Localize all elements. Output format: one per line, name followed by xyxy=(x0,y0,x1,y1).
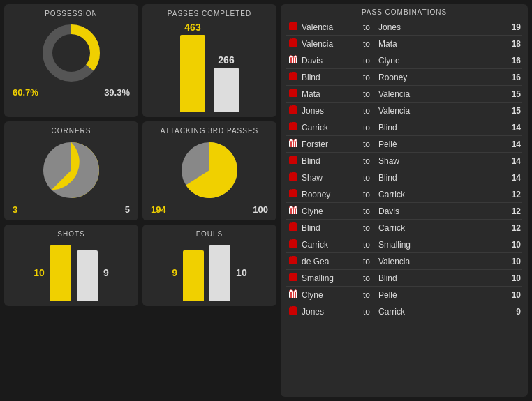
pass-to: Davis xyxy=(377,203,433,220)
svg-rect-8 xyxy=(292,22,295,24)
pass-count: 10 xyxy=(433,236,522,253)
pass-from: Jones xyxy=(300,303,356,320)
pass-from: Jones xyxy=(300,103,356,119)
pass-to-word: to xyxy=(356,52,377,69)
pass-to-word: to xyxy=(356,203,377,220)
pass-combo-title: PASS COMBINATIONS xyxy=(286,8,522,16)
shots-away-label: 9 xyxy=(103,267,109,278)
fouls-title: FOULS xyxy=(196,230,223,238)
shirt-icon xyxy=(286,119,300,136)
possession-donut xyxy=(40,22,103,84)
pass-to: Blind xyxy=(377,119,433,136)
pass-from: Forster xyxy=(300,136,356,153)
shots-card: SHOTS 10 9 xyxy=(4,225,138,306)
shirt-icon xyxy=(286,220,300,236)
attacking-labels: 194 100 xyxy=(147,204,272,215)
pass-count: 12 xyxy=(433,220,522,236)
fouls-card: FOULS 9 10 xyxy=(142,225,276,306)
shots-away-bar xyxy=(77,250,98,301)
possession-title: POSSESSION xyxy=(45,10,98,17)
pass-combo-row: SmallingtoBlind10 xyxy=(286,270,522,287)
possession-home: 60.7% xyxy=(13,87,38,98)
shirt-icon xyxy=(286,236,300,253)
svg-rect-80 xyxy=(292,306,295,308)
pass-to-word: to xyxy=(356,287,377,303)
pass-to-word: to xyxy=(356,19,377,36)
pass-to: Valencia xyxy=(377,103,433,119)
pass-to: Carrick xyxy=(377,303,433,320)
pass-count: 14 xyxy=(433,136,522,153)
pass-combinations-panel: PASS COMBINATIONS ValenciatoJones19Valen… xyxy=(281,4,528,397)
fouls-home-label: 9 xyxy=(172,267,177,278)
pass-to: Carrick xyxy=(377,220,433,236)
passes-home-bar xyxy=(180,35,205,112)
pass-count: 14 xyxy=(433,153,522,169)
pass-from: Blind xyxy=(300,69,356,86)
pass-combo-table: ValenciatoJones19ValenciatoMata18Davisto… xyxy=(286,19,522,319)
corners-title: CORNERS xyxy=(51,127,91,135)
pass-count: 9 xyxy=(433,303,522,320)
fouls-chart: 9 10 xyxy=(147,242,272,301)
svg-rect-42 xyxy=(292,156,295,158)
pass-count: 12 xyxy=(433,186,522,203)
pass-combo-row: BlindtoRooney16 xyxy=(286,69,522,86)
pass-combo-row: ClynetoPellè10 xyxy=(286,287,522,303)
pass-count: 15 xyxy=(433,86,522,103)
pass-count: 10 xyxy=(433,270,522,287)
pass-count: 18 xyxy=(433,36,522,52)
pass-combo-row: CarricktoBlind14 xyxy=(286,119,522,136)
svg-rect-59 xyxy=(292,222,295,225)
pass-combo-row: ShawtoBlind14 xyxy=(286,169,522,186)
svg-rect-25 xyxy=(292,89,295,91)
possession-labels: 60.7% 39.3% xyxy=(8,87,134,98)
passes-away-label: 266 xyxy=(218,54,234,66)
pass-combo-row: BlindtoCarrick12 xyxy=(286,220,522,236)
corners-labels: 3 5 xyxy=(8,204,134,215)
corners-pie xyxy=(40,139,103,202)
pass-count: 14 xyxy=(433,119,522,136)
pass-to: Valencia xyxy=(377,86,433,103)
pass-from: Mata xyxy=(300,86,356,103)
pass-to-word: to xyxy=(356,253,377,270)
pass-to: Mata xyxy=(377,36,433,52)
pass-to: Smalling xyxy=(377,236,433,253)
attacking-home: 194 xyxy=(151,204,166,215)
pass-from: Blind xyxy=(300,153,356,169)
shirt-icon xyxy=(286,253,300,270)
shirt-icon xyxy=(286,36,300,52)
pass-from: Blind xyxy=(300,220,356,236)
possession-svg xyxy=(40,22,103,84)
passes-card: PASSES COMPLETED 463 266 xyxy=(142,4,276,117)
pass-count: 10 xyxy=(433,253,522,270)
pass-count: 16 xyxy=(433,69,522,86)
pass-to: Valencia xyxy=(377,253,433,270)
shirt-icon xyxy=(286,303,300,320)
svg-rect-21 xyxy=(292,72,295,74)
pass-to: Blind xyxy=(377,270,433,287)
svg-rect-29 xyxy=(292,105,295,107)
shots-home-label: 10 xyxy=(34,267,45,278)
pass-combo-row: RooneytoCarrick12 xyxy=(286,186,522,203)
pass-to: Carrick xyxy=(377,186,433,203)
corners-home: 3 xyxy=(13,204,17,215)
shirt-icon xyxy=(286,153,300,169)
shirt-icon xyxy=(286,52,300,69)
pass-count: 14 xyxy=(433,169,522,186)
svg-rect-67 xyxy=(292,256,295,258)
possession-card: POSSESSION 60.7% 39.3% xyxy=(4,4,138,117)
fouls-home-bar xyxy=(183,250,204,301)
possession-away: 39.3% xyxy=(104,87,130,98)
pass-combo-row: DavistoClyne16 xyxy=(286,52,522,69)
shirt-icon xyxy=(286,136,300,153)
passes-home-group: 463 xyxy=(180,22,205,112)
svg-rect-46 xyxy=(292,172,295,174)
pass-combo-row: ValenciatoMata18 xyxy=(286,36,522,52)
corners-svg2 xyxy=(40,139,103,202)
attacking-title: ATTACKING 3RD PASSES xyxy=(161,127,259,135)
pass-count: 12 xyxy=(433,203,522,220)
corners-away: 5 xyxy=(125,204,130,215)
pass-to-word: to xyxy=(356,303,377,320)
pass-to-word: to xyxy=(356,236,377,253)
shirt-icon xyxy=(286,186,300,203)
pass-to-word: to xyxy=(356,103,377,119)
